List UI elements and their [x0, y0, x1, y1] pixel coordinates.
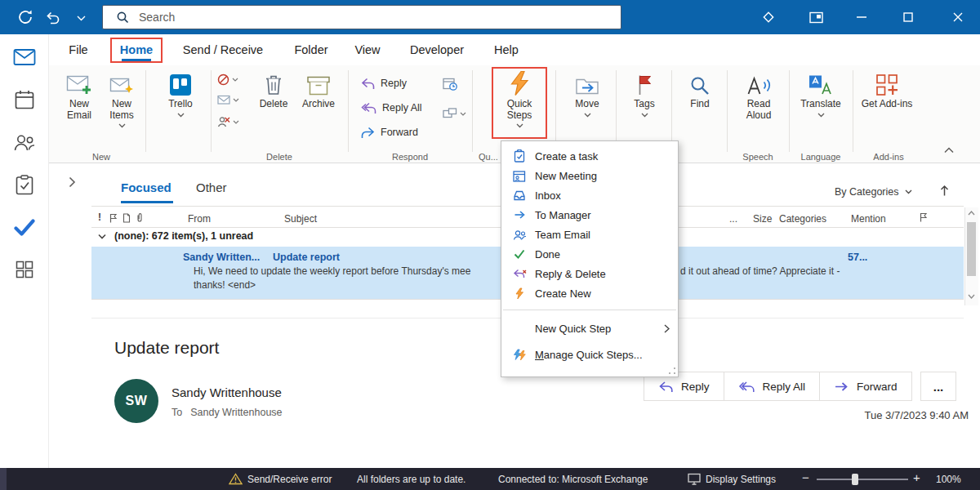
collapse-ribbon-button[interactable] [939, 144, 959, 157]
tags-button[interactable]: Tags [624, 69, 665, 118]
undo-button[interactable] [42, 10, 64, 26]
group-header[interactable]: (none): 672 item(s), 1 unread [114, 230, 253, 242]
reply-button[interactable]: Reply [361, 74, 407, 93]
ignore-button[interactable] [217, 74, 238, 86]
read-aloud-button[interactable]: Read Aloud [735, 69, 782, 121]
zoom-out-button[interactable]: − [802, 470, 809, 484]
col-importance[interactable]: ! [98, 212, 101, 223]
menu-item-done[interactable]: Done [501, 244, 678, 264]
sidebar-item-calendar[interactable] [0, 83, 49, 116]
close-button[interactable] [936, 0, 980, 34]
col-attachment-icon[interactable] [136, 212, 143, 223]
tab-folder[interactable]: Folder [289, 34, 333, 65]
menu-item-manage-quick-steps[interactable]: Manage Quick Steps... [501, 341, 678, 368]
tab-file[interactable]: File [64, 34, 93, 65]
sidebar-item-todo[interactable] [0, 211, 49, 243]
tab-help[interactable]: Help [490, 34, 523, 65]
avatar[interactable]: SW [114, 379, 158, 423]
menu-item-create-new[interactable]: Create New [501, 283, 678, 303]
premium-button[interactable] [756, 10, 781, 24]
quick-steps-button[interactable]: Quick Steps [495, 69, 544, 128]
forward-button[interactable]: Forward [361, 122, 418, 142]
chevron-down-icon [118, 123, 126, 128]
more-respond-actions-button[interactable] [443, 108, 466, 119]
tab-send-receive[interactable]: Send / Receive [175, 34, 271, 65]
sidebar-item-mail[interactable] [0, 41, 49, 74]
tab-developer[interactable]: Developer [405, 34, 469, 65]
more-actions-button[interactable]: ... [920, 372, 956, 401]
recipient-name[interactable]: Sandy Writtenhouse [190, 407, 282, 418]
translate-icon [808, 74, 833, 96]
delete-button[interactable]: Delete [253, 69, 294, 110]
send-receive-error[interactable]: Send/Receive error [247, 474, 332, 485]
scroll-down-button[interactable] [968, 294, 975, 299]
zoom-in-button[interactable]: + [913, 470, 920, 484]
zoom-level[interactable]: 100% [936, 474, 961, 485]
menu-item-create-a-task[interactable]: Create a task [501, 146, 678, 166]
trello-button[interactable]: Trello [158, 69, 203, 118]
col-truncated[interactable]: ... [729, 213, 737, 225]
scroll-thumb[interactable] [967, 222, 976, 276]
cleanup-button[interactable] [217, 95, 239, 105]
search-input[interactable]: Search [102, 5, 621, 29]
maximize-button[interactable] [889, 0, 927, 34]
tab-other[interactable]: Other [196, 180, 227, 194]
search-icon [116, 11, 129, 24]
move-button[interactable]: Move [565, 69, 609, 118]
menu-item-to-manager[interactable]: To Manager [501, 205, 678, 225]
zoom-thumb[interactable] [852, 474, 858, 485]
translate-button[interactable]: Translate [795, 69, 846, 118]
zoom-slider[interactable] [817, 479, 908, 480]
col-reminder-flag-icon[interactable] [109, 213, 117, 223]
find-button[interactable]: Find [679, 69, 720, 110]
display-settings-button[interactable]: Display Settings [706, 474, 776, 485]
minimize-button[interactable] [843, 0, 880, 34]
new-items-button[interactable]: New Items [101, 69, 142, 128]
sort-direction-button[interactable] [939, 185, 950, 197]
folder-pane-toggle[interactable] [65, 175, 78, 189]
col-subject[interactable]: Subject [284, 213, 317, 225]
sender-name[interactable]: Sandy Writtenhouse [172, 385, 282, 399]
col-mention[interactable]: Mention [851, 213, 886, 225]
focused-tab-underline [121, 201, 173, 203]
menu-item-inbox[interactable]: Inbox [501, 185, 678, 205]
get-addins-button[interactable]: Get Add-ins [861, 69, 913, 110]
menu-item-team-email[interactable]: Team Email [501, 225, 678, 244]
menu-item-label: New Quick Step [535, 323, 611, 335]
group-collapse-icon[interactable] [98, 234, 106, 239]
archive-button[interactable]: Archive [296, 69, 341, 110]
col-size[interactable]: Size [753, 213, 772, 225]
ribbon-group-label-quick-steps: Qu... [479, 152, 503, 162]
tab-view[interactable]: View [349, 34, 386, 65]
reply-all-button-reading-pane[interactable]: Reply All [724, 372, 821, 401]
menu-item-reply-and-delete[interactable]: Reply & Delete [501, 264, 678, 283]
col-flag-status-icon[interactable] [920, 212, 927, 222]
window-layout-button[interactable] [804, 11, 828, 24]
chevron-down-icon [641, 113, 648, 118]
menu-item-label: Team Email [535, 229, 590, 241]
scroll-up-button[interactable] [968, 211, 975, 216]
tab-help-label: Help [494, 43, 519, 56]
menu-item-new-meeting[interactable]: New Meeting [501, 166, 678, 185]
tab-focused[interactable]: Focused [121, 180, 172, 194]
forward-button-reading-pane[interactable]: Forward [819, 372, 912, 401]
quick-access-chevron-button[interactable] [74, 13, 88, 23]
col-categories[interactable]: Categories [779, 213, 826, 225]
to-label: To [172, 407, 182, 418]
sort-by-dropdown[interactable]: By Categories [835, 186, 912, 198]
col-item-type-icon[interactable] [122, 213, 131, 223]
sync-button[interactable] [13, 6, 38, 29]
sidebar-item-people[interactable] [0, 126, 49, 158]
sidebar-item-apps[interactable] [0, 253, 49, 286]
sidebar-item-tasks[interactable] [0, 168, 49, 201]
new-email-button[interactable]: New Email [59, 69, 100, 121]
menu-item-label: Done [535, 248, 560, 261]
col-from[interactable]: From [188, 213, 211, 225]
menu-item-new-quick-step[interactable]: New Quick Step [501, 316, 678, 341]
junk-button[interactable] [217, 116, 239, 127]
search-placeholder: Search [139, 11, 175, 24]
menu-resize-grip[interactable] [668, 367, 676, 375]
meeting-button[interactable] [443, 77, 457, 91]
reply-all-button[interactable]: Reply All [361, 98, 422, 118]
ribbon-group-label-new: New [59, 152, 144, 162]
